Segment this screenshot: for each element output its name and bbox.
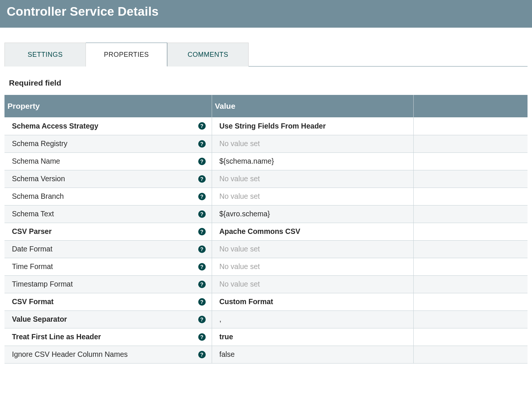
property-value: false xyxy=(220,350,235,358)
property-value: No value set xyxy=(220,280,260,288)
column-header-extra xyxy=(413,95,528,117)
properties-table-header-row: Property Value xyxy=(4,95,528,117)
column-header-property: Property xyxy=(4,95,212,117)
extra-cell xyxy=(413,205,528,223)
help-icon[interactable]: ? xyxy=(198,316,206,323)
property-name: CSV Format xyxy=(12,297,54,306)
value-cell[interactable]: No value set xyxy=(212,240,413,258)
property-value: Custom Format xyxy=(220,297,273,306)
property-name: Date Format xyxy=(12,245,52,253)
value-cell[interactable]: No value set xyxy=(212,135,413,152)
property-value: No value set xyxy=(220,174,260,183)
property-name: CSV Parser xyxy=(12,227,52,236)
property-cell: Ignore CSV Header Column Names? xyxy=(4,346,212,363)
value-cell[interactable]: false xyxy=(212,346,413,363)
dialog-title: Controller Service Details xyxy=(7,4,159,19)
property-cell: Timestamp Format? xyxy=(4,275,212,293)
value-cell[interactable]: No value set xyxy=(212,275,413,293)
value-cell[interactable]: No value set xyxy=(212,258,413,275)
help-icon[interactable]: ? xyxy=(198,193,206,200)
property-cell: CSV Parser? xyxy=(4,223,212,240)
extra-cell xyxy=(413,240,528,258)
property-name: Schema Name xyxy=(12,157,60,166)
value-cell[interactable]: No value set xyxy=(212,170,413,188)
value-cell[interactable]: ${avro.schema} xyxy=(212,205,413,223)
help-icon[interactable]: ? xyxy=(198,210,206,218)
help-icon[interactable]: ? xyxy=(198,158,206,165)
table-row: CSV Format?Custom Format xyxy=(4,293,528,310)
table-row: Treat First Line as Header?true xyxy=(4,328,528,346)
property-name: Schema Version xyxy=(12,174,65,183)
help-icon[interactable]: ? xyxy=(198,140,206,148)
property-cell: Treat First Line as Header? xyxy=(4,328,212,346)
extra-cell xyxy=(413,328,528,346)
properties-table: Property Value Schema Access Strategy?Us… xyxy=(4,95,528,364)
extra-cell xyxy=(413,170,528,188)
table-row: Timestamp Format?No value set xyxy=(4,275,528,293)
extra-cell xyxy=(413,188,528,205)
value-cell[interactable]: , xyxy=(212,310,413,328)
table-row: CSV Parser?Apache Commons CSV xyxy=(4,223,528,240)
property-cell: CSV Format? xyxy=(4,293,212,310)
property-value: No value set xyxy=(220,262,260,271)
help-icon[interactable]: ? xyxy=(198,281,206,288)
value-cell[interactable]: Apache Commons CSV xyxy=(212,223,413,240)
property-value: Apache Commons CSV xyxy=(220,227,301,235)
table-row: Date Format?No value set xyxy=(4,240,528,258)
help-icon[interactable]: ? xyxy=(198,122,206,130)
extra-cell xyxy=(413,258,528,275)
property-value: ${avro.schema} xyxy=(220,210,270,218)
property-value: No value set xyxy=(220,139,260,148)
dialog-content: SETTINGSPROPERTIESCOMMENTS Required fiel… xyxy=(0,43,532,364)
property-value: , xyxy=(220,315,221,323)
table-row: Value Separator?, xyxy=(4,310,528,328)
tab-properties[interactable]: PROPERTIES xyxy=(86,43,167,67)
property-name: Treat First Line as Header xyxy=(12,333,101,341)
tab-comments[interactable]: COMMENTS xyxy=(167,43,249,67)
extra-cell xyxy=(413,152,528,170)
required-field-label: Required field xyxy=(9,78,528,87)
help-icon[interactable]: ? xyxy=(198,228,206,235)
property-cell: Schema Branch? xyxy=(4,188,212,205)
help-icon[interactable]: ? xyxy=(198,175,206,183)
property-cell: Time Format? xyxy=(4,258,212,275)
extra-cell xyxy=(413,293,528,310)
value-cell[interactable]: Custom Format xyxy=(212,293,413,310)
help-icon[interactable]: ? xyxy=(198,263,206,271)
value-cell[interactable]: true xyxy=(212,328,413,346)
help-icon[interactable]: ? xyxy=(198,298,206,306)
property-cell: Schema Version? xyxy=(4,170,212,188)
extra-cell xyxy=(413,135,528,152)
table-row: Schema Branch?No value set xyxy=(4,188,528,205)
property-name: Time Format xyxy=(12,262,53,271)
property-value: true xyxy=(220,333,233,341)
value-cell[interactable]: No value set xyxy=(212,188,413,205)
property-cell: Schema Registry? xyxy=(4,135,212,152)
property-value: No value set xyxy=(220,245,260,253)
extra-cell xyxy=(413,117,528,135)
property-name: Schema Text xyxy=(12,210,54,218)
property-cell: Schema Text? xyxy=(4,205,212,223)
table-row: Ignore CSV Header Column Names?false xyxy=(4,346,528,363)
property-name: Ignore CSV Header Column Names xyxy=(12,350,128,359)
property-name: Value Separator xyxy=(12,315,67,324)
table-row: Schema Name?${schema.name} xyxy=(4,152,528,170)
help-icon[interactable]: ? xyxy=(198,245,206,253)
table-row: Time Format?No value set xyxy=(4,258,528,275)
property-cell: Date Format? xyxy=(4,240,212,258)
value-cell[interactable]: ${schema.name} xyxy=(212,152,413,170)
value-cell[interactable]: Use String Fields From Header xyxy=(212,117,413,135)
property-value: Use String Fields From Header xyxy=(220,122,326,130)
extra-cell xyxy=(413,310,528,328)
property-value: No value set xyxy=(220,192,260,200)
tab-settings[interactable]: SETTINGS xyxy=(4,43,86,67)
dialog-header: Controller Service Details xyxy=(0,0,532,28)
table-row: Schema Text?${avro.schema} xyxy=(4,205,528,223)
help-icon[interactable]: ? xyxy=(198,351,206,358)
help-icon[interactable]: ? xyxy=(198,333,206,341)
extra-cell xyxy=(413,346,528,363)
property-cell: Value Separator? xyxy=(4,310,212,328)
tabs: SETTINGSPROPERTIESCOMMENTS xyxy=(4,43,528,67)
property-value: ${schema.name} xyxy=(220,157,274,165)
table-row: Schema Version?No value set xyxy=(4,170,528,188)
